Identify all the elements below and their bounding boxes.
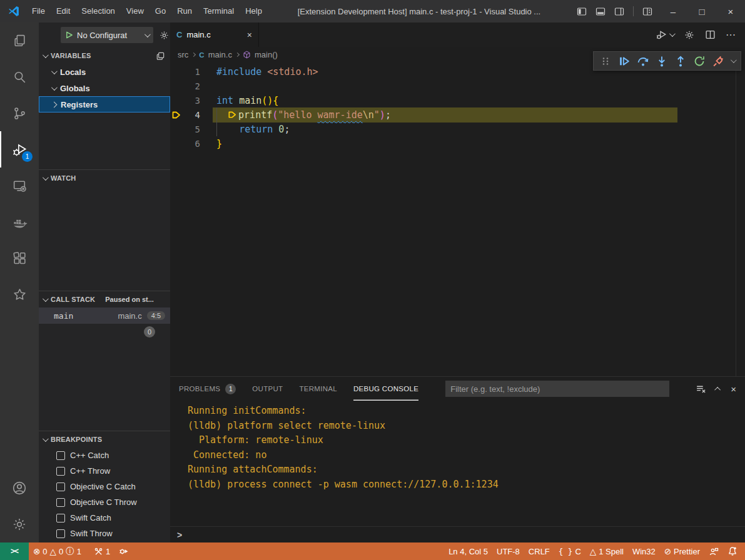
toggle-secondary-sidebar-icon[interactable]	[614, 7, 624, 16]
maximize-panel-icon[interactable]	[714, 386, 721, 392]
code-line[interactable]: 5 return 0;	[170, 122, 745, 136]
split-editor-icon[interactable]	[705, 29, 716, 40]
activity-explorer[interactable]	[0, 22, 39, 59]
minimize-button[interactable]: –	[659, 0, 687, 22]
encoding-indicator[interactable]: UTF-8	[492, 542, 524, 560]
clear-console-icon[interactable]	[696, 384, 706, 394]
editor-scrollbar[interactable]	[736, 62, 745, 376]
variables-item-locals[interactable]: Locals	[39, 64, 170, 80]
debug-repl-row[interactable]: >	[170, 526, 745, 542]
menu-view[interactable]: View	[121, 0, 150, 22]
tab-main-c[interactable]: C main.c ×	[170, 22, 259, 47]
feedback-person-icon[interactable]	[704, 542, 723, 560]
disconnect-icon[interactable]	[710, 53, 726, 69]
checkbox[interactable]	[56, 451, 65, 460]
checkbox[interactable]	[56, 467, 65, 476]
breadcrumb-src[interactable]: src	[178, 50, 188, 59]
settings-gear-icon[interactable]	[684, 29, 695, 41]
breakpoints-header[interactable]: BREAKPOINTS	[39, 431, 170, 448]
toolbar-drag-handle[interactable]	[597, 53, 614, 69]
run-or-debug-button[interactable]	[656, 29, 674, 41]
start-debug-icon[interactable]	[65, 31, 73, 39]
maximize-button[interactable]: □	[687, 0, 716, 22]
breakpoint-row[interactable]: Objective C Catch	[39, 479, 170, 494]
variables-item-registers[interactable]: Registers	[39, 96, 170, 112]
breadcrumb-symbol[interactable]: main()	[255, 50, 278, 59]
breakpoint-row[interactable]: Objective C Throw	[39, 494, 170, 510]
call-stack-header[interactable]: CALL STACK Paused on st...	[39, 291, 170, 308]
tab-terminal[interactable]: TERMINAL	[299, 377, 337, 401]
code-line-current[interactable]: 4 printf("hello wamr-ide\n");	[170, 108, 745, 122]
platform-indicator[interactable]: Win32	[628, 542, 660, 560]
code-line[interactable]: 2	[170, 79, 745, 93]
menu-run[interactable]: Run	[171, 0, 198, 22]
tab-output[interactable]: OUTPUT	[252, 377, 283, 401]
restart-icon[interactable]	[691, 53, 707, 69]
code-editor[interactable]: 1#include <stdio.h>23int main(){4 printf…	[170, 62, 745, 376]
close-tab-icon[interactable]: ×	[247, 30, 252, 40]
activity-star[interactable]	[0, 276, 39, 312]
stack-frame-row[interactable]: main main.c 4:5	[39, 308, 170, 324]
continue-icon[interactable]	[616, 53, 632, 69]
chevron-right-icon	[51, 101, 58, 108]
tab-debug-console[interactable]: DEBUG CONSOLE	[353, 377, 418, 401]
activity-extensions[interactable]	[0, 240, 39, 276]
activity-settings[interactable]	[0, 506, 39, 542]
debug-config-dropdown[interactable]: No Configurat	[61, 27, 153, 43]
eol-indicator[interactable]: CRLF	[524, 542, 554, 560]
console-filter-input[interactable]	[445, 381, 669, 397]
debug-current-line-arrow-icon[interactable]	[170, 110, 184, 120]
breakpoint-row[interactable]: C++ Catch	[39, 448, 170, 463]
activity-account[interactable]	[0, 470, 39, 506]
step-out-icon[interactable]	[672, 53, 689, 69]
debug-console-output[interactable]: Running initCommands:(lldb) platform sel…	[170, 401, 745, 526]
watch-header[interactable]: WATCH	[39, 170, 170, 186]
cursor-position[interactable]: Ln 4, Col 5	[444, 542, 492, 560]
activity-docker[interactable]	[0, 204, 39, 240]
tools-status[interactable]: 1	[89, 542, 114, 560]
menu-edit[interactable]: Edit	[51, 0, 76, 22]
menu-terminal[interactable]: Terminal	[198, 0, 240, 22]
activity-remote-explorer[interactable]	[0, 168, 39, 204]
checkbox[interactable]	[56, 482, 65, 491]
remote-indicator[interactable]: ><	[0, 542, 29, 560]
activity-run-debug[interactable]: 1	[0, 131, 39, 168]
code-line[interactable]: 6}	[170, 136, 745, 151]
activity-source-control[interactable]	[0, 95, 39, 131]
breadcrumb-file[interactable]: main.c	[208, 50, 232, 59]
variables-header[interactable]: VARIABLES	[39, 48, 170, 64]
toggle-sidebar-icon[interactable]	[577, 7, 587, 16]
chevron-down-icon[interactable]	[731, 57, 737, 63]
code-token: "hello	[278, 109, 317, 121]
language-indicator[interactable]: { } C	[554, 542, 585, 560]
menu-file[interactable]: File	[26, 0, 51, 22]
step-into-icon[interactable]	[654, 53, 670, 69]
checkbox[interactable]	[56, 529, 65, 538]
close-button[interactable]: ×	[716, 0, 745, 22]
menu-selection[interactable]: Selection	[76, 0, 120, 22]
problems-status[interactable]: ⊗ 0 △ 0 ⓘ 1	[29, 542, 86, 560]
breakpoint-row[interactable]: Swift Throw	[39, 526, 170, 541]
more-actions-icon[interactable]: ⋯	[726, 29, 736, 41]
debug-status[interactable]	[114, 542, 133, 560]
collapse-all-icon[interactable]	[156, 51, 165, 61]
formatter-indicator[interactable]: ⊘ Prettier	[660, 542, 704, 560]
step-over-icon[interactable]	[635, 53, 651, 69]
code-line[interactable]: 3int main(){	[170, 93, 745, 108]
checkbox[interactable]	[56, 498, 65, 507]
launch-settings-gear-icon[interactable]	[159, 30, 170, 41]
notifications-bell-icon[interactable]	[723, 542, 745, 560]
breakpoint-row[interactable]: C++ Throw	[39, 463, 170, 479]
close-panel-icon[interactable]: ×	[731, 384, 736, 394]
checkbox[interactable]	[56, 514, 65, 522]
toggle-panel-icon[interactable]	[595, 7, 606, 16]
activity-search[interactable]	[0, 59, 39, 95]
customize-layout-icon[interactable]	[642, 7, 652, 16]
breakpoint-row[interactable]: Swift Catch	[39, 510, 170, 526]
menu-go[interactable]: Go	[150, 0, 171, 22]
variables-item-globals[interactable]: Globals	[39, 80, 170, 96]
tab-problems[interactable]: PROBLEMS 1	[179, 377, 236, 401]
extensions-icon	[12, 251, 28, 266]
menu-help[interactable]: Help	[240, 0, 268, 22]
spell-indicator[interactable]: △ 1 Spell	[585, 542, 628, 560]
